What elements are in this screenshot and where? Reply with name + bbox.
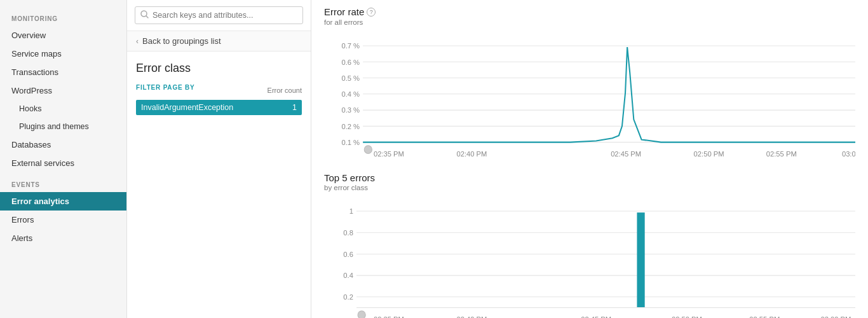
- filter-row-name: InvalidArgumentException: [141, 103, 233, 112]
- main-panel: Error rate ? for all errors 0.7 % 0.6 % …: [311, 0, 868, 318]
- search-bar[interactable]: [135, 6, 303, 24]
- svg-text:02:45 PM: 02:45 PM: [611, 150, 641, 158]
- svg-text:02:35 PM: 02:35 PM: [374, 315, 404, 318]
- filter-page-by-label: FILTER PAGE BY: [136, 84, 195, 91]
- svg-text:0.6: 0.6: [343, 250, 353, 258]
- sidebar-item-errors[interactable]: Errors: [0, 211, 126, 229]
- svg-text:0.4: 0.4: [343, 272, 353, 279]
- search-input[interactable]: [153, 11, 297, 20]
- error-rate-section: Error rate ? for all errors 0.7 % 0.6 % …: [324, 6, 855, 160]
- svg-text:0.3 %: 0.3 %: [341, 106, 360, 114]
- sidebar-item-transactions[interactable]: Transactions: [0, 63, 126, 81]
- sidebar: MONITORING Overview Service maps Transac…: [0, 0, 127, 318]
- help-icon[interactable]: ?: [367, 8, 376, 17]
- svg-text:02:50 PM: 02:50 PM: [694, 150, 724, 158]
- svg-point-22: [364, 146, 372, 154]
- sidebar-item-external-services[interactable]: External services: [0, 154, 126, 172]
- svg-text:0.2: 0.2: [343, 293, 353, 301]
- sidebar-item-service-maps[interactable]: Service maps: [0, 45, 126, 63]
- filter-row-invalid-arg[interactable]: InvalidArgumentException 1: [136, 100, 302, 115]
- svg-text:03:00 PM: 03:00 PM: [820, 315, 851, 318]
- error-count-label: Error count: [268, 86, 302, 94]
- sidebar-item-hooks[interactable]: Hooks: [0, 100, 126, 118]
- svg-text:0.2 %: 0.2 %: [341, 122, 360, 130]
- back-chevron-icon: ‹: [136, 37, 139, 46]
- sidebar-item-databases[interactable]: Databases: [0, 135, 126, 154]
- svg-text:02:35 PM: 02:35 PM: [374, 150, 404, 158]
- svg-text:03:0: 03:0: [842, 150, 855, 158]
- top5-chart: 1 0.8 0.6 0.4 0.2 02:35 PM 02:40 PM 02:4…: [324, 198, 855, 318]
- sidebar-item-alerts[interactable]: Alerts: [0, 229, 126, 247]
- svg-text:0.7 %: 0.7 %: [341, 42, 360, 50]
- sidebar-item-overview[interactable]: Overview: [0, 26, 126, 45]
- svg-text:02:55 PM: 02:55 PM: [766, 150, 797, 158]
- svg-text:0.4 %: 0.4 %: [341, 90, 360, 98]
- svg-text:0.5 %: 0.5 %: [341, 74, 360, 82]
- svg-text:02:40 PM: 02:40 PM: [456, 315, 487, 318]
- error-class-title: Error class: [136, 62, 302, 75]
- svg-text:02:55 PM: 02:55 PM: [749, 315, 780, 318]
- back-button-label: Back to groupings list: [142, 36, 221, 46]
- middle-content: Error class FILTER PAGE BY Error count I…: [127, 52, 311, 125]
- middle-panel: ‹ Back to groupings list Error class FIL…: [127, 0, 311, 318]
- events-label: EVENTS: [0, 172, 126, 192]
- svg-text:0.6 %: 0.6 %: [341, 58, 360, 66]
- back-button[interactable]: ‹ Back to groupings list: [127, 31, 311, 52]
- filter-header: FILTER PAGE BY Error count: [136, 84, 302, 96]
- sidebar-item-wordpress[interactable]: WordPress: [0, 81, 126, 100]
- svg-text:0.1 %: 0.1 %: [341, 139, 360, 146]
- error-rate-title: Error rate: [324, 6, 364, 17]
- error-rate-subtitle: for all errors: [324, 18, 855, 26]
- sidebar-item-plugins-themes[interactable]: Plugins and themes: [0, 118, 126, 135]
- svg-text:02:45 PM: 02:45 PM: [581, 315, 611, 318]
- svg-rect-39: [637, 212, 644, 307]
- search-icon: [140, 10, 149, 20]
- svg-text:02:50 PM: 02:50 PM: [672, 315, 702, 318]
- error-rate-chart: 0.7 % 0.6 % 0.5 % 0.4 % 0.3 % 0.2 % 0.1 …: [324, 32, 855, 160]
- sidebar-item-error-analytics[interactable]: Error analytics: [0, 192, 126, 211]
- top5-errors-section: Top 5 errors by error class 1 0.8 0.6 0.…: [324, 172, 855, 318]
- sidebar-section-monitoring: MONITORING Overview Service maps Transac…: [0, 6, 126, 172]
- svg-text:02:40 PM: 02:40 PM: [456, 150, 487, 158]
- filter-row-count: 1: [292, 103, 297, 112]
- top5-title: Top 5 errors: [324, 172, 855, 183]
- svg-text:1: 1: [349, 207, 353, 215]
- sidebar-section-events: EVENTS Error analytics Errors Alerts: [0, 172, 126, 247]
- svg-line-1: [146, 16, 148, 18]
- monitoring-label: MONITORING: [0, 6, 126, 26]
- svg-text:0.8: 0.8: [343, 229, 353, 237]
- top5-subtitle: by error class: [324, 184, 855, 191]
- svg-point-41: [358, 311, 365, 318]
